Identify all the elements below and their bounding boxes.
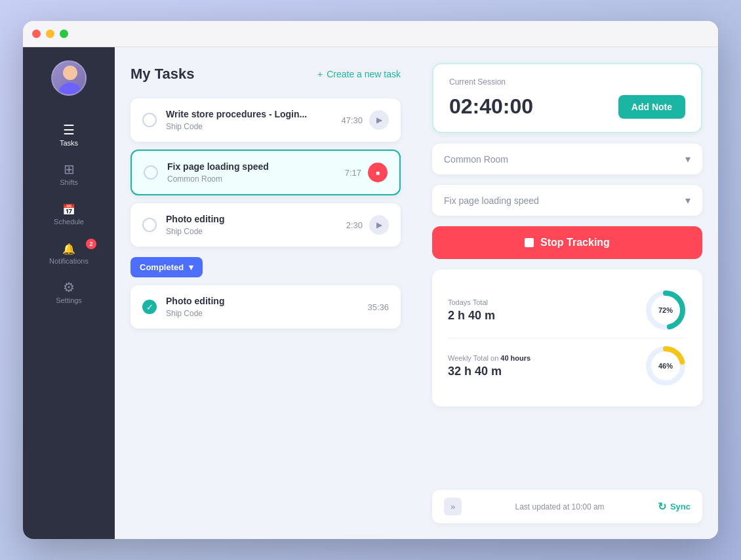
task-info-3: Photo editing Ship Code <box>166 214 337 236</box>
task-radio-3[interactable] <box>142 218 157 232</box>
task-info-1: Write store procedures - Login... Ship C… <box>166 109 332 131</box>
sidebar-label-tasks: Tasks <box>60 139 78 147</box>
schedule-icon <box>62 202 75 215</box>
task-info-completed-1: Photo editing Ship Code <box>166 296 358 318</box>
sync-icon: ↻ <box>658 500 666 513</box>
weekly-total-row: Weekly Total on 40 hours 32 h 40 m 46% <box>448 338 687 393</box>
task-time-area-2: 7:17 ■ <box>345 163 388 182</box>
todays-percent-label: 72% <box>658 306 673 314</box>
task-name-2: Fix page loading speed <box>167 161 336 172</box>
sidebar-label-settings: Settings <box>56 296 82 304</box>
tasks-icon <box>63 123 75 136</box>
session-label: Current Session <box>449 77 685 87</box>
sync-label: Sync <box>670 502 691 511</box>
tasks-header: My Tasks + Create a new task <box>130 66 401 83</box>
weekly-value: 32 h 40 m <box>448 365 531 378</box>
todays-total-info: Todays Total 2 h 40 m <box>448 298 495 323</box>
footer-bar: » Last updated at 10:00 am ↻ Sync <box>432 490 702 523</box>
right-panel: Current Session 02:40:00 Add Note Common… <box>416 47 718 539</box>
task-subtitle-1: Ship Code <box>166 122 332 131</box>
weekly-label: Weekly Total on 40 hours <box>448 354 531 362</box>
notification-badge: 2 <box>86 239 96 249</box>
task-time-3: 2:30 <box>346 220 363 230</box>
task-time-completed-1: 35:36 <box>367 302 389 312</box>
project-dropdown[interactable]: Common Room ▾ <box>432 144 702 174</box>
sidebar-item-schedule[interactable]: Schedule <box>23 194 115 233</box>
close-dot[interactable] <box>32 30 41 38</box>
task-time-area-3: 2:30 ▶ <box>346 215 389 235</box>
bell-icon <box>62 241 75 254</box>
completed-button[interactable]: Completed ▾ <box>130 257 203 277</box>
task-subtitle-completed-1: Ship Code <box>166 309 358 318</box>
task-card-completed-1: ✓ Photo editing Ship Code 35:36 <box>130 285 401 329</box>
weekly-total-info: Weekly Total on 40 hours 32 h 40 m <box>448 354 531 378</box>
completed-label: Completed <box>140 262 184 272</box>
todays-total-row: Todays Total 2 h 40 m 72% <box>448 283 687 338</box>
avatar <box>51 60 87 96</box>
shifts-icon <box>64 163 75 176</box>
stop-button-2[interactable]: ■ <box>368 163 388 182</box>
task-subtitle-3: Ship Code <box>166 227 337 236</box>
sidebar-item-tasks[interactable]: Tasks <box>23 115 115 155</box>
play-button-1[interactable]: ▶ <box>369 110 389 130</box>
task-dropdown-value: Fix page loading speed <box>444 195 539 206</box>
main-content: My Tasks + Create a new task Write store… <box>115 47 718 539</box>
sidebar-item-shifts[interactable]: Shifts <box>23 155 115 194</box>
create-task-button[interactable]: + Create a new task <box>317 69 401 79</box>
stop-tracking-button[interactable]: Stop Tracking <box>432 226 702 259</box>
todays-value: 2 h 40 m <box>448 309 495 323</box>
sidebar: Tasks Shifts Schedule 2 Notifications Se… <box>23 47 115 539</box>
footer-status: Last updated at 10:00 am <box>515 502 605 511</box>
avatar-figure <box>52 60 85 96</box>
sidebar-item-notifications[interactable]: 2 Notifications <box>23 233 115 273</box>
task-time-2: 7:17 <box>345 168 361 178</box>
task-time-1: 47:30 <box>341 115 363 125</box>
create-task-label: Create a new task <box>327 69 401 79</box>
app-body: Tasks Shifts Schedule 2 Notifications Se… <box>23 47 718 539</box>
task-card-2: Fix page loading speed Common Room 7:17 … <box>130 150 401 195</box>
task-radio-2[interactable] <box>144 165 158 180</box>
task-name-3: Photo editing <box>166 214 337 224</box>
weekly-donut: 46% <box>645 345 687 387</box>
task-name-1: Write store procedures - Login... <box>166 109 332 119</box>
sync-button[interactable]: ↻ Sync <box>658 500 691 513</box>
task-radio-completed-1[interactable]: ✓ <box>142 300 157 314</box>
project-dropdown-value: Common Room <box>444 154 508 165</box>
settings-icon <box>63 281 75 294</box>
chevron-down-icon: ▾ <box>189 262 193 272</box>
chevron-down-icon-project: ▾ <box>685 153 691 165</box>
task-info-2: Fix page loading speed Common Room <box>167 161 336 184</box>
add-note-button[interactable]: Add Note <box>618 95 685 119</box>
tasks-panel: My Tasks + Create a new task Write store… <box>115 47 416 539</box>
maximize-dot[interactable] <box>60 30 68 38</box>
task-time-area-completed-1: 35:36 <box>367 302 389 312</box>
app-window: Tasks Shifts Schedule 2 Notifications Se… <box>23 21 718 539</box>
task-dropdown[interactable]: Fix page loading speed ▾ <box>432 185 702 216</box>
todays-label: Todays Total <box>448 298 495 306</box>
expand-button[interactable]: » <box>444 498 462 515</box>
stop-square-icon <box>525 238 534 247</box>
stats-card: Todays Total 2 h 40 m 72% <box>432 270 702 407</box>
task-name-completed-1: Photo editing <box>166 296 358 306</box>
play-button-3[interactable]: ▶ <box>369 215 389 235</box>
sidebar-label-shifts: Shifts <box>60 178 78 186</box>
avatar-body <box>58 83 82 94</box>
stop-tracking-label: Stop Tracking <box>540 237 610 249</box>
avatar-head <box>63 66 77 80</box>
session-card: Current Session 02:40:00 Add Note <box>432 63 702 133</box>
plus-icon: + <box>317 69 323 79</box>
minimize-dot[interactable] <box>46 30 54 38</box>
page-title: My Tasks <box>130 66 194 83</box>
task-radio-1[interactable] <box>142 113 157 127</box>
task-card-3: Photo editing Ship Code 2:30 ▶ <box>130 203 401 247</box>
completed-header: Completed ▾ <box>130 257 401 277</box>
titlebar <box>23 21 718 47</box>
session-time: 02:40:00 <box>449 94 533 119</box>
chevron-down-icon-task: ▾ <box>685 194 691 207</box>
session-body: 02:40:00 Add Note <box>449 94 685 119</box>
sidebar-label-schedule: Schedule <box>54 218 84 226</box>
sidebar-item-settings[interactable]: Settings <box>23 273 115 312</box>
weekly-hours: 40 hours <box>500 354 531 362</box>
todays-donut: 72% <box>645 289 687 331</box>
task-card-1: Write store procedures - Login... Ship C… <box>130 98 401 142</box>
